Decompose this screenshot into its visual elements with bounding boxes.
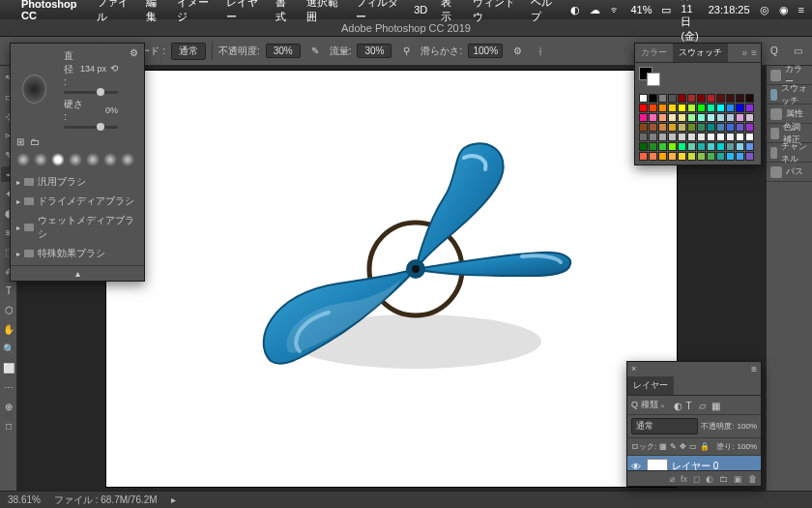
panel-menu-icon[interactable]: ≡: [751, 47, 757, 58]
swatch[interactable]: [726, 152, 735, 161]
swatch[interactable]: [707, 142, 715, 151]
brush-size-slider[interactable]: [64, 91, 118, 94]
brush-tip[interactable]: [86, 153, 100, 166]
notification-icon[interactable]: ≡: [798, 4, 804, 15]
menu-image[interactable]: イメージ: [177, 0, 213, 24]
swatch[interactable]: [658, 152, 667, 161]
panel-collapse-icon[interactable]: »: [742, 47, 748, 58]
swatch[interactable]: [745, 133, 754, 141]
swatch[interactable]: [716, 104, 725, 112]
brush-tip[interactable]: [16, 153, 30, 166]
swatch[interactable]: [678, 142, 686, 151]
siri-icon[interactable]: ◉: [779, 4, 789, 16]
new-layer-icon[interactable]: ▣: [734, 474, 742, 484]
swatch[interactable]: [687, 142, 696, 151]
swatch[interactable]: [668, 104, 677, 112]
swatch[interactable]: [716, 123, 725, 132]
brush-hardness-value[interactable]: 0%: [89, 105, 118, 115]
swatch[interactable]: [678, 133, 686, 141]
swatch[interactable]: [639, 104, 648, 112]
swatch[interactable]: [658, 94, 667, 103]
layer-filter-label[interactable]: Q 種類: [631, 399, 658, 411]
smoothing-options-icon[interactable]: ⚙: [508, 43, 526, 60]
swatch[interactable]: [707, 123, 715, 132]
smoothing-input[interactable]: 100%: [468, 44, 503, 58]
swatch[interactable]: [697, 94, 706, 103]
new-brush-icon[interactable]: ⊞: [16, 136, 24, 147]
filter-smart-icon[interactable]: ▦: [711, 401, 721, 410]
swatch[interactable]: [678, 152, 686, 161]
swatch[interactable]: [736, 94, 744, 103]
tool-18[interactable]: □: [1, 418, 16, 433]
fill-value[interactable]: 100%: [738, 442, 757, 451]
swatch[interactable]: [707, 152, 715, 161]
swatch[interactable]: [639, 113, 648, 122]
layer-fx-icon[interactable]: fx: [681, 474, 687, 484]
swatch[interactable]: [687, 113, 696, 122]
swatch[interactable]: [649, 104, 657, 112]
swatch[interactable]: [716, 94, 725, 103]
tool-11[interactable]: T: [1, 283, 16, 298]
swatch[interactable]: [658, 133, 667, 141]
opacity-pressure-icon[interactable]: ✎: [306, 43, 324, 60]
swatch[interactable]: [668, 94, 677, 103]
swatch[interactable]: [639, 133, 648, 141]
workspace-icon[interactable]: ▭: [789, 43, 806, 60]
menu-file[interactable]: ファイル: [97, 0, 132, 24]
swatch[interactable]: [668, 113, 677, 122]
tool-13[interactable]: ✋: [1, 321, 16, 337]
swatch[interactable]: [678, 104, 686, 112]
document-canvas[interactable]: [106, 71, 677, 487]
tab-swatches[interactable]: スウォッチ: [673, 44, 728, 62]
brush-tip[interactable]: [34, 153, 47, 166]
swatch[interactable]: [668, 123, 677, 132]
swatch[interactable]: [745, 123, 754, 132]
menu-layer[interactable]: レイヤー: [226, 0, 262, 24]
swatch[interactable]: [726, 104, 735, 112]
swatch[interactable]: [736, 113, 744, 122]
tool-14[interactable]: 🔍: [1, 341, 16, 356]
brush-tip[interactable]: [121, 153, 134, 166]
swatch[interactable]: [726, 94, 735, 103]
swatch[interactable]: [639, 123, 648, 132]
swatch[interactable]: [697, 113, 706, 122]
filter-pixel-icon[interactable]: ▫: [661, 401, 671, 410]
brush-tip[interactable]: [69, 153, 82, 166]
lock-transparency-icon[interactable]: ▦: [659, 442, 667, 451]
swatch[interactable]: [707, 113, 715, 122]
swatch[interactable]: [639, 152, 648, 161]
swatch[interactable]: [716, 133, 725, 141]
tool-15[interactable]: ⬜: [1, 360, 16, 375]
swatch[interactable]: [745, 142, 754, 151]
symmetry-icon[interactable]: ⟊: [532, 43, 549, 60]
layer-name[interactable]: レイヤー 0: [672, 460, 718, 470]
swatch[interactable]: [649, 152, 657, 161]
tray-icon[interactable]: ☁: [590, 4, 600, 16]
swatch[interactable]: [726, 113, 735, 122]
swatch[interactable]: [649, 133, 657, 141]
swatch[interactable]: [716, 152, 725, 161]
background-color[interactable]: [647, 73, 660, 86]
panel-shortcut[interactable]: スウォッチ: [767, 85, 812, 105]
swatch[interactable]: [745, 113, 754, 122]
swatch[interactable]: [716, 142, 725, 151]
swatch[interactable]: [716, 113, 725, 122]
layer-mask-icon[interactable]: ◻: [693, 474, 700, 484]
swatch[interactable]: [658, 113, 667, 122]
swatch[interactable]: [649, 123, 657, 132]
swatch[interactable]: [726, 133, 735, 141]
swatch[interactable]: [726, 142, 735, 151]
airbrush-icon[interactable]: ⚲: [397, 43, 415, 60]
brush-folder[interactable]: ドライメディアブラシ: [11, 192, 144, 211]
tab-layers[interactable]: レイヤー: [627, 376, 674, 395]
swatch[interactable]: [658, 142, 667, 151]
swatch[interactable]: [658, 104, 667, 112]
delete-layer-icon[interactable]: 🗑: [748, 474, 757, 484]
swatch[interactable]: [639, 142, 648, 151]
tool-16[interactable]: ⋯: [1, 379, 16, 395]
status-caret-icon[interactable]: ▸: [171, 494, 176, 505]
filter-adjust-icon[interactable]: ◐: [674, 401, 683, 410]
swatch[interactable]: [745, 152, 754, 161]
menu-type[interactable]: 書式: [276, 0, 293, 24]
lock-pixels-icon[interactable]: ✎: [670, 442, 677, 451]
